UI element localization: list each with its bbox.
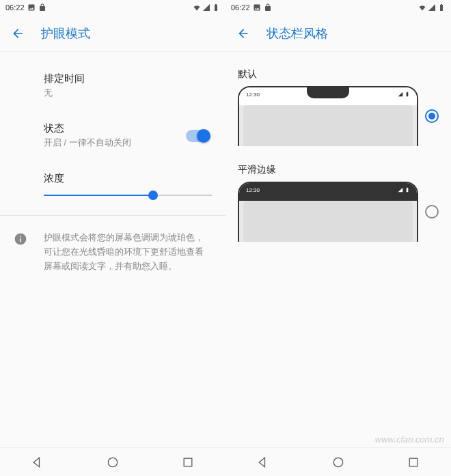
preview-time: 12:30 [246,187,260,193]
status-value: 开启 / 一律不自动关闭 [44,137,131,149]
nav-back-icon[interactable] [31,456,44,469]
panel-statusbar-style: 06:22 状态栏风格 默认 12:30 [226,0,451,476]
header: 状态栏风格 [226,15,451,52]
info-text: 护眼模式会将您的屏幕色调调为琥珀色，可让您在光线昏暗的环境下更舒适地查看屏幕或阅… [44,231,212,273]
radio-default[interactable] [425,109,439,123]
status-time: 06:22 [231,3,250,12]
preview-smooth: 12:30 [238,182,418,242]
battery-icon [405,187,410,193]
slider-fill [44,195,153,196]
wifi-icon [418,3,426,12]
wifi-icon [193,3,201,12]
intensity-slider[interactable] [44,195,212,196]
info-icon [14,232,27,246]
picture-icon [253,3,261,12]
content-area: 排定时间 无 状态 开启 / 一律不自动关闭 浓度 护眼模 [0,52,226,447]
page-title: 状态栏风格 [266,25,328,42]
watermark: www.cfan.com.cn [375,434,444,445]
signal-icon [202,3,210,12]
signal-icon [398,187,403,193]
svg-rect-1 [184,458,192,466]
schedule-label: 排定时间 [44,72,212,85]
status-bar: 06:22 [0,0,226,15]
nav-home-icon[interactable] [106,456,120,469]
intensity-label: 浓度 [44,172,212,185]
schedule-setting[interactable]: 排定时间 无 [0,66,226,106]
status-time: 06:22 [5,3,25,12]
page-title: 护眼模式 [41,25,90,42]
radio-smooth[interactable] [425,205,439,219]
notch-icon [307,87,349,98]
status-bar: 06:22 [226,0,451,15]
nav-bar [0,447,226,476]
info-row: 护眼模式会将您的屏幕色调调为琥珀色，可让您在光线昏暗的环境下更舒适地查看屏幕或阅… [0,228,226,273]
lock-icon [264,3,272,12]
svg-point-2 [333,458,342,466]
option-label: 默认 [238,68,439,81]
option-row[interactable]: 12:30 [238,182,439,242]
option-default: 默认 12:30 [226,66,451,161]
nav-recent-icon[interactable] [181,456,195,469]
nav-recent-icon[interactable] [407,456,420,469]
battery-icon [212,3,220,12]
signal-icon [398,92,403,97]
intensity-setting: 浓度 [0,165,226,203]
status-setting: 状态 开启 / 一律不自动关闭 [0,115,226,156]
option-row[interactable]: 12:30 [238,86,439,146]
option-smooth: 平滑边缘 12:30 [226,161,451,257]
slider-thumb[interactable] [148,191,158,200]
battery-icon [437,3,446,12]
signal-icon [428,3,436,12]
picture-icon [27,3,36,12]
nav-back-icon[interactable] [256,456,270,469]
toggle-knob [197,129,210,143]
schedule-value: 无 [44,87,212,99]
back-icon[interactable] [236,27,250,40]
preview-default: 12:30 [238,86,418,146]
option-label: 平滑边缘 [238,164,439,176]
status-toggle[interactable] [186,130,209,142]
battery-icon [405,92,410,97]
content-area: 默认 12:30 平滑边缘 [226,52,451,447]
svg-rect-3 [409,458,418,466]
lock-icon [38,3,46,12]
status-label: 状态 [44,122,131,135]
back-icon[interactable] [11,27,25,40]
panel-eye-comfort: 06:22 护眼模式 排定时间 无 状态 开启 / 一律不自动关闭 [0,0,226,476]
header: 护眼模式 [0,15,226,52]
nav-home-icon[interactable] [331,456,345,469]
svg-point-0 [108,458,117,466]
nav-bar [226,447,451,476]
divider [0,215,226,216]
preview-time: 12:30 [246,92,260,98]
